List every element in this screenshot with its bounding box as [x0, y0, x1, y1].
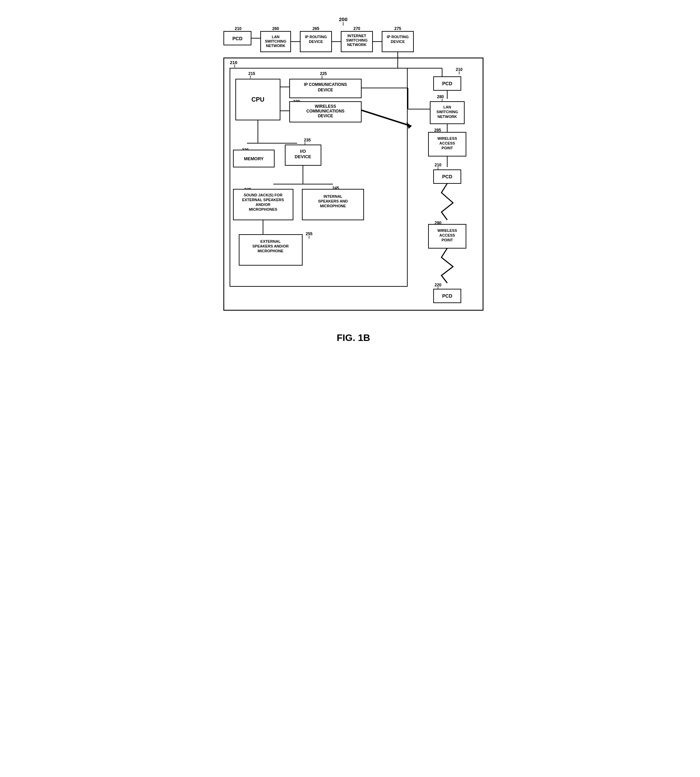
ref-265: 265 [312, 26, 319, 31]
svg-text:SPEAKERS AND: SPEAKERS AND [318, 199, 348, 203]
svg-text:AND/OR: AND/OR [255, 203, 270, 206]
pcd-mid-right-label: PCD [442, 174, 452, 179]
svg-text:EXTERNAL SPEAKERS: EXTERNAL SPEAKERS [242, 198, 284, 202]
main-ref-label: 200 [339, 17, 347, 22]
svg-text:WIRELESS: WIRELESS [437, 136, 457, 140]
ref-210-top: 210 [235, 26, 242, 31]
ref-210-mid-right: 210 [435, 163, 442, 167]
memory-label: MEMORY [244, 156, 264, 161]
svg-text:WIRELESS: WIRELESS [315, 104, 337, 109]
svg-text:INTERNET: INTERNET [348, 34, 367, 38]
svg-text:DEVICE: DEVICE [309, 40, 323, 44]
svg-text:POINT: POINT [442, 238, 453, 242]
ref-220-pcd: 220 [435, 283, 442, 288]
svg-text:SWITCHING: SWITCHING [346, 38, 368, 42]
svg-text:I/O: I/O [300, 149, 306, 154]
ref-255: 255 [306, 231, 312, 236]
main-diagram-svg: 200 210 PCD 260 LAN SWITCHING NETWORK 26… [217, 13, 490, 348]
svg-text:INTERNAL: INTERNAL [323, 194, 342, 198]
ref-210-right-pcd: 210 [456, 67, 463, 72]
svg-text:DEVICE: DEVICE [318, 88, 333, 92]
ref-210-outer: 210 [230, 60, 237, 65]
svg-text:ACCESS: ACCESS [439, 141, 455, 145]
ref-260: 260 [272, 26, 279, 31]
svg-text:DEVICE: DEVICE [318, 113, 333, 118]
svg-text:DEVICE: DEVICE [295, 154, 312, 159]
svg-text:MICROPHONES: MICROPHONES [249, 207, 277, 211]
pcd-bottom-right-label: PCD [442, 293, 452, 299]
svg-text:ACCESS: ACCESS [439, 233, 455, 237]
figure-label: FIG. 1B [337, 333, 370, 343]
pcd-right-label: PCD [442, 81, 452, 86]
svg-text:IP ROUTING: IP ROUTING [305, 35, 327, 39]
svg-text:POINT: POINT [442, 146, 453, 150]
ref-280: 280 [437, 95, 444, 99]
svg-text:NETWORK: NETWORK [347, 43, 367, 47]
page-container: 200 210 PCD 260 LAN SWITCHING NETWORK 26… [210, 7, 490, 354]
svg-text:EXTERNAL: EXTERNAL [260, 240, 281, 243]
ref-270: 270 [353, 26, 360, 31]
svg-text:COMMUNICATIONS: COMMUNICATIONS [306, 109, 345, 113]
svg-text:DEVICE: DEVICE [391, 40, 405, 44]
svg-text:MICROPHONE: MICROPHONE [258, 249, 283, 253]
svg-text:LAN: LAN [443, 105, 451, 109]
svg-text:IP ROUTING: IP ROUTING [387, 35, 409, 39]
ref-225: 225 [320, 71, 327, 76]
svg-text:SWITCHING: SWITCHING [437, 110, 458, 114]
svg-text:IP COMMUNICATIONS: IP COMMUNICATIONS [304, 82, 347, 87]
svg-text:SOUND JACK(S) FOR: SOUND JACK(S) FOR [243, 193, 282, 197]
ref-235: 235 [304, 138, 311, 143]
ref-275: 275 [394, 26, 401, 31]
svg-text:MICROPHONE: MICROPHONE [320, 204, 346, 208]
svg-text:NETWORK: NETWORK [438, 115, 457, 119]
ref-285: 285 [434, 128, 441, 133]
cpu-label: CPU [252, 96, 264, 103]
ref-215: 215 [248, 71, 255, 76]
svg-text:WIRELESS: WIRELESS [437, 228, 457, 233]
lan-switching-label: LAN [272, 35, 280, 39]
pcd-top-label: PCD [232, 36, 243, 41]
svg-text:SPEAKERS AND/OR: SPEAKERS AND/OR [252, 244, 289, 248]
svg-text:SWITCHING: SWITCHING [265, 39, 287, 43]
svg-text:NETWORK: NETWORK [266, 44, 285, 48]
